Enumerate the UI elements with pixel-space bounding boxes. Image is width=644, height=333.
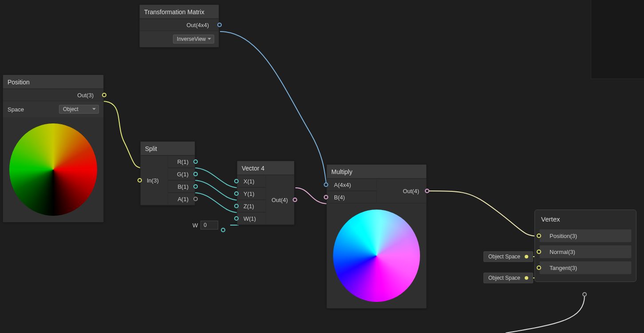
vector4-body: X(1) Y(1) Z(1) W(1) Out(4) <box>237 175 294 225</box>
port-in-a-4x4[interactable] <box>324 182 328 187</box>
port-in-tangent[interactable] <box>537 266 541 270</box>
input-row-in3: In(3) <box>141 155 168 205</box>
node-title: Position <box>3 75 103 89</box>
input-row-y: Y(1) <box>237 187 266 200</box>
w-field-label: W <box>192 222 198 229</box>
port-in-3[interactable] <box>137 178 142 182</box>
multiply-node[interactable]: Multiply A(4x4) B(4) Out(4) <box>326 164 427 309</box>
split-node[interactable]: Split In(3) R(1) G(1) B(1) <box>140 141 195 206</box>
port-out-r[interactable] <box>193 159 198 164</box>
port-out-4x4[interactable] <box>217 23 222 27</box>
output-row-out4: Out(4) <box>377 178 427 203</box>
port-in-x[interactable] <box>234 179 239 183</box>
output-row-b: B(1) <box>168 180 195 193</box>
vertex-position-slot[interactable]: Position(3) <box>539 229 632 242</box>
port-in-z[interactable] <box>234 204 239 208</box>
transformation-matrix-node[interactable]: Transformation Matrix Out(4x4) InverseVi… <box>139 4 219 48</box>
vertex-normal-slot[interactable]: Normal(3) <box>539 245 632 258</box>
vertex-tangent-slot[interactable]: Tangent(3) <box>539 261 632 274</box>
output-row-out3: Out(3) <box>3 89 103 101</box>
port-out-4[interactable] <box>425 189 429 193</box>
node-title: Vector 4 <box>237 161 294 175</box>
input-row-b: B(4) <box>327 191 377 203</box>
tag-dot-icon <box>525 255 528 258</box>
node-title: Vertex <box>535 210 636 226</box>
port-out-a[interactable] <box>193 197 198 201</box>
port-in-normal[interactable] <box>537 250 541 254</box>
w-scalar-field-group: W <box>192 220 225 230</box>
node-title: Split <box>141 142 195 155</box>
preview-area <box>327 203 426 308</box>
input-row-a: A(4x4) <box>327 178 377 191</box>
space-row: Space Object <box>3 101 103 117</box>
w-scalar-port[interactable] <box>221 228 225 232</box>
normal-space-tag[interactable]: Object Space <box>483 251 533 262</box>
multiply-body: A(4x4) B(4) Out(4) <box>327 178 426 203</box>
output-row-out4: Out(4) <box>266 175 295 225</box>
port-in-w[interactable] <box>234 216 239 221</box>
input-row-w: W(1) <box>237 212 266 225</box>
output-row-out4x4: Out(4x4) <box>140 19 219 31</box>
preview-area <box>3 117 103 222</box>
input-row-x: X(1) <box>237 175 266 187</box>
output-row-r: R(1) <box>168 155 195 168</box>
w-scalar-input[interactable] <box>200 221 218 230</box>
matrix-type-row: InverseView <box>140 31 219 47</box>
port-out-b[interactable] <box>193 184 198 189</box>
space-dropdown[interactable]: Object <box>59 105 99 114</box>
position-preview-sphere <box>9 123 97 216</box>
minimap-panel[interactable] <box>591 0 644 79</box>
port-in-position[interactable] <box>537 234 541 238</box>
input-row-z: Z(1) <box>237 200 266 212</box>
port-out-4[interactable] <box>293 198 297 202</box>
vertex-master-node[interactable]: Vertex Position(3) Normal(3) Tangent(3) <box>534 210 636 282</box>
tangent-space-tag[interactable]: Object Space <box>483 273 533 283</box>
output-row-g: G(1) <box>168 168 195 180</box>
port-out-g[interactable] <box>193 172 198 176</box>
node-graph-canvas[interactable]: Transformation Matrix Out(4x4) InverseVi… <box>0 0 644 333</box>
node-title: Multiply <box>327 165 426 178</box>
port-out-3[interactable] <box>102 93 106 97</box>
port-in-y[interactable] <box>234 191 239 196</box>
vector4-node[interactable]: Vector 4 X(1) Y(1) Z(1) W(1) <box>237 161 295 225</box>
vertex-bottom-port[interactable] <box>582 292 587 297</box>
multiply-preview-sphere <box>333 210 420 302</box>
matrix-type-dropdown[interactable]: InverseView <box>173 35 214 44</box>
output-row-a: A(1) <box>168 193 195 205</box>
position-node[interactable]: Position Out(3) Space Object <box>3 75 104 222</box>
node-title: Transformation Matrix <box>140 5 219 19</box>
port-in-b-4[interactable] <box>324 195 328 199</box>
tag-dot-icon <box>525 276 528 280</box>
split-body: In(3) R(1) G(1) B(1) A(1) <box>141 155 195 205</box>
